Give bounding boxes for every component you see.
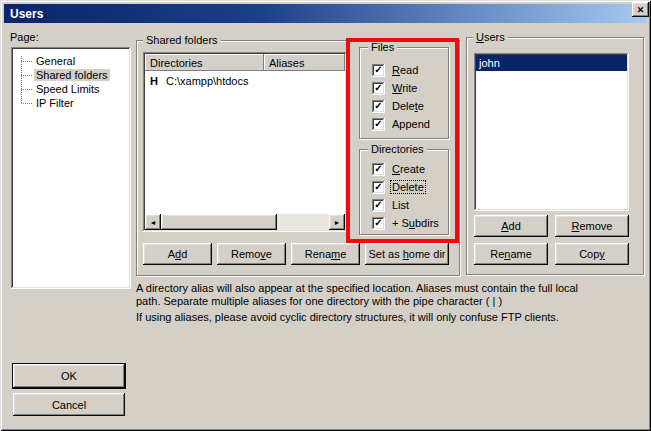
label-pre: Rena: [305, 248, 331, 260]
label-post: sers: [484, 31, 505, 43]
sidebar-item-label: Speed Limits: [34, 83, 102, 95]
page-tree[interactable]: General Shared folders Speed Limits IP F…: [11, 47, 131, 289]
checkbox-box[interactable]: ✓: [372, 217, 385, 230]
label-post: ame: [510, 248, 531, 260]
label-pre: Cop: [579, 248, 599, 260]
list-header-row: Directories Aliases: [145, 54, 345, 71]
scroll-right-icon: ►: [334, 219, 341, 226]
help-text-line2: path. Separate multiple aliases for one …: [136, 295, 502, 307]
check-icon: ✓: [374, 163, 382, 174]
close-icon: ✕: [637, 5, 645, 15]
checkbox-box[interactable]: ✓: [372, 64, 385, 77]
page-label: Page:: [10, 31, 39, 43]
directories-list[interactable]: Directories Aliases H C:\xampp\htdocs ◄ …: [143, 52, 347, 232]
button-label: OK: [61, 370, 77, 382]
check-icon: ✓: [374, 64, 382, 75]
titlebar[interactable]: Users: [4, 4, 647, 23]
cancel-button[interactable]: Cancel: [13, 393, 125, 416]
check-icon: ✓: [374, 181, 382, 192]
checkbox-label: List: [391, 199, 410, 211]
column-header-aliases[interactable]: Aliases: [264, 54, 345, 71]
label-post: rite: [402, 82, 417, 94]
button-label: Copy: [579, 248, 605, 260]
users-list[interactable]: john: [474, 53, 629, 211]
checkbox-dirs-subdirs[interactable]: ✓ + Subdirs: [372, 216, 440, 230]
label-key: y: [599, 248, 605, 260]
checkbox-files-delete[interactable]: ✓ Delete: [372, 99, 425, 113]
checkbox-box[interactable]: ✓: [372, 163, 385, 176]
remove-user-button[interactable]: Remove: [555, 215, 629, 237]
close-button[interactable]: ✕: [632, 2, 649, 17]
label-post: e: [418, 100, 424, 112]
label-key: R: [392, 64, 400, 76]
checkbox-label: Write: [391, 82, 418, 94]
label-post: reate: [400, 163, 425, 175]
checkbox-files-write[interactable]: ✓ Write: [372, 81, 418, 95]
label-pre: Remo: [231, 248, 260, 260]
button-label: Rename: [305, 248, 347, 260]
copy-user-button[interactable]: Copy: [555, 243, 629, 265]
button-label: Remove: [231, 248, 272, 260]
checkbox-files-append[interactable]: ✓ Append: [372, 117, 431, 131]
checkbox-dirs-list[interactable]: ✓ List: [372, 198, 410, 212]
tree-branch-icon: [21, 89, 32, 90]
label-pre: Append: [392, 118, 430, 130]
button-label: Remove: [572, 220, 613, 232]
checkbox-box[interactable]: ✓: [372, 100, 385, 113]
scroll-left-button[interactable]: ◄: [145, 214, 161, 230]
checkbox-files-read[interactable]: ✓ Read: [372, 63, 419, 77]
label-key: W: [392, 82, 402, 94]
files-permissions-group: Files ✓ Read ✓ Write ✓ Delete ✓ Append: [359, 47, 449, 139]
checkbox-box[interactable]: ✓: [372, 181, 385, 194]
button-label: Add: [168, 248, 188, 260]
label-pre: + S: [392, 217, 409, 229]
button-label: Add: [501, 220, 521, 232]
label-post: e: [340, 248, 346, 260]
check-icon: ✓: [374, 100, 382, 111]
check-icon: ✓: [374, 199, 382, 210]
directory-row[interactable]: H C:\xampp\htdocs: [145, 73, 345, 88]
user-name: john: [479, 57, 500, 69]
checkbox-label: Delete: [391, 181, 425, 193]
sidebar-item-speed-limits[interactable]: Speed Limits: [21, 82, 102, 96]
sidebar-item-shared-folders[interactable]: Shared folders: [21, 68, 110, 82]
checkbox-box[interactable]: ✓: [372, 199, 385, 212]
shared-folders-caption: Shared folders: [143, 34, 221, 47]
rename-folder-button[interactable]: Rename: [291, 243, 360, 265]
label-pre: Delete: [392, 181, 424, 193]
help-text-line1: A directory alias will also appear at th…: [136, 282, 578, 294]
scroll-thumb[interactable]: [161, 214, 277, 230]
rename-user-button[interactable]: Rename: [474, 243, 548, 265]
checkbox-box[interactable]: ✓: [372, 82, 385, 95]
horizontal-scrollbar[interactable]: ◄ ►: [145, 214, 345, 230]
check-icon: ✓: [374, 217, 382, 228]
sidebar-item-label: General: [34, 55, 77, 67]
remove-folder-button[interactable]: Remove: [217, 243, 286, 265]
checkbox-label: Create: [391, 163, 426, 175]
sidebar-item-label: Shared folders: [34, 69, 110, 81]
checkbox-dirs-create[interactable]: ✓ Create: [372, 162, 426, 176]
button-label: Set as home dir: [368, 248, 445, 260]
scroll-right-button[interactable]: ►: [329, 214, 345, 230]
directory-path: C:\xampp\htdocs: [166, 75, 249, 87]
column-header-directories[interactable]: Directories: [145, 54, 264, 71]
checkbox-box[interactable]: ✓: [372, 118, 385, 131]
files-group-caption: Files: [368, 41, 397, 54]
ok-button[interactable]: OK: [13, 364, 125, 388]
checkbox-label: Append: [391, 118, 431, 130]
add-folder-button[interactable]: Add: [143, 243, 212, 265]
window-title: Users: [10, 7, 43, 21]
check-icon: ✓: [374, 118, 382, 129]
label-post: ome dir: [409, 248, 446, 260]
set-as-home-dir-button[interactable]: Set as home dir: [365, 243, 449, 265]
sidebar-item-ip-filter[interactable]: IP Filter: [21, 96, 76, 110]
tree-branch-icon: [21, 75, 32, 76]
add-user-button[interactable]: Add: [474, 215, 548, 237]
user-row-john[interactable]: john: [476, 55, 627, 71]
sidebar-item-general[interactable]: General: [21, 54, 77, 68]
button-label: Cancel: [52, 399, 86, 411]
label-post: e: [266, 248, 272, 260]
label-pre: List: [392, 199, 409, 211]
tree-branch-icon: [21, 61, 32, 62]
checkbox-dirs-delete[interactable]: ✓ Delete: [372, 180, 425, 194]
